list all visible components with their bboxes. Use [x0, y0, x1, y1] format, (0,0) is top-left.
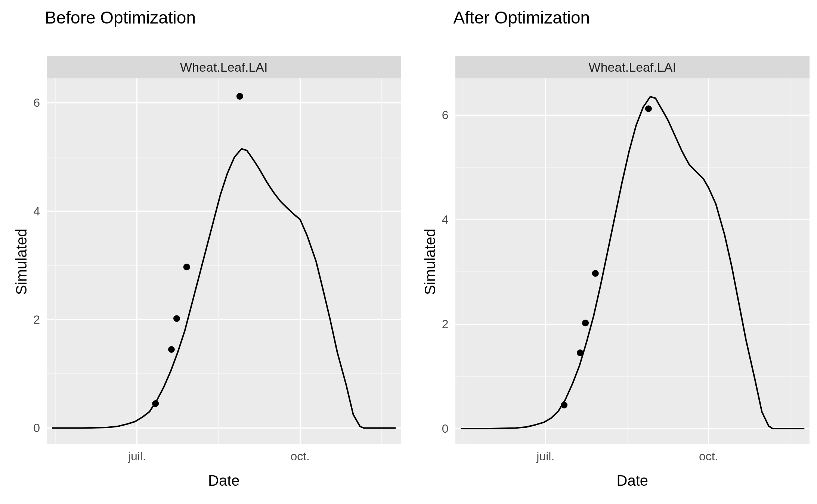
series-point	[183, 264, 190, 270]
series-point	[561, 402, 567, 408]
y-tick-label: 2	[33, 313, 47, 327]
chart-title: Before Optimization	[45, 7, 196, 28]
figure: Before OptimizationSimulatedDateWheat.Le…	[0, 0, 817, 504]
facet-strip: Wheat.Leaf.LAI	[47, 56, 401, 78]
chart-title: After Optimization	[454, 7, 590, 28]
series-point	[592, 270, 598, 277]
series-point	[576, 349, 583, 356]
x-tick-label: juil.	[536, 444, 554, 463]
plot-area: 0246juil.oct.	[47, 78, 401, 444]
y-axis-label: Simulated	[13, 228, 30, 295]
y-tick-label: 4	[33, 204, 47, 218]
series-point	[236, 93, 243, 100]
series-line	[461, 97, 804, 429]
series-line	[52, 149, 396, 428]
y-tick-label: 6	[442, 108, 455, 122]
y-tick-label: 4	[442, 213, 455, 227]
x-axis-label: Date	[208, 472, 240, 489]
y-tick-label: 2	[442, 317, 455, 331]
x-tick-label: juil.	[128, 444, 146, 463]
facet-strip: Wheat.Leaf.LAI	[455, 56, 810, 78]
x-tick-label: oct.	[290, 444, 310, 463]
x-axis-label: Date	[617, 472, 649, 489]
y-tick-label: 6	[33, 96, 47, 110]
panel-before: Before OptimizationSimulatedDateWheat.Le…	[0, 0, 409, 504]
y-tick-label: 0	[33, 421, 47, 435]
series-layer	[455, 78, 810, 444]
series-point	[173, 315, 180, 322]
x-tick-label: oct.	[699, 444, 718, 463]
series-point	[168, 346, 175, 353]
series-point	[582, 320, 589, 326]
plot-area: 0246juil.oct.	[455, 78, 810, 444]
y-tick-label: 0	[442, 422, 455, 436]
series-point	[645, 105, 652, 112]
series-layer	[47, 78, 401, 444]
series-point	[152, 400, 159, 407]
panel-after: After OptimizationSimulatedDateWheat.Lea…	[409, 0, 817, 504]
y-axis-label: Simulated	[422, 228, 439, 295]
